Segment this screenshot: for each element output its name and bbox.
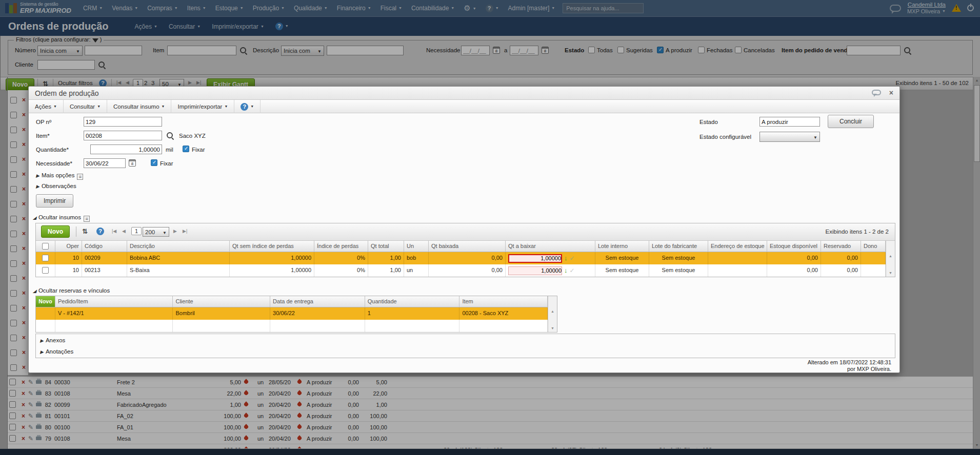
refresh-icon[interactable]: ⇅ [82, 228, 88, 235]
insumos-panel: Novo ⇅ ? |◀ ◀ 1 200 ▶ ▶| Exibindo itens … [35, 223, 895, 277]
qt-a-baixar-input[interactable] [508, 266, 562, 275]
item-input[interactable] [84, 131, 162, 140]
help-icon: ? [96, 228, 104, 235]
ocultar-reservas-toggle[interactable]: ◢Ocultar reservas e vínculos [33, 287, 110, 294]
item-search-icon[interactable] [166, 132, 174, 139]
dialog-menu-consultar[interactable]: Consultar [64, 100, 107, 113]
col-oper[interactable]: Oper [55, 241, 82, 252]
dialog-help-menu[interactable]: ? [234, 100, 261, 113]
codigo-cell: 00209 [82, 252, 127, 264]
insumo-row-selected[interactable]: 10 00209 Bobina ABC 1,00000 0% 1,00 bob … [36, 252, 895, 264]
col-qt-sem-indice[interactable]: Qt sem índice de perdas [230, 241, 314, 252]
item-cell: 00208 - Saco XYZ [459, 307, 548, 320]
prev-page-icon[interactable]: ◀ [122, 229, 126, 234]
lote-interno-cell: Sem estoque [595, 264, 649, 277]
next-page-icon[interactable]: ▶ [173, 229, 177, 234]
calendar-icon[interactable] [129, 159, 136, 167]
dialog-menu-imprimir[interactable]: Imprimir/exportar [171, 100, 234, 113]
qt-a-baixar-cell: ↓✓ [506, 252, 595, 264]
quantidade-label: Quantidade* [36, 147, 69, 153]
col-reservado[interactable]: Reservado [821, 241, 861, 252]
anotacoes-toggle[interactable]: ▶Anotações [40, 348, 73, 355]
col-endereco-estoque[interactable]: Endereço de estoque [708, 241, 767, 252]
ocultar-insumos-toggle[interactable]: ◢Ocultar insumos≡ [33, 214, 90, 222]
col-un[interactable]: Un [404, 241, 429, 252]
confirm-check-icon[interactable]: ✓ [570, 255, 575, 262]
insumos-page-button[interactable]: 1 [131, 227, 142, 235]
col-pedido-item[interactable]: Pedido/Item [55, 296, 173, 307]
qt-total-cell: 1,00 [368, 264, 404, 277]
estado-configuravel-select[interactable] [759, 132, 820, 142]
un-cell: bob [404, 252, 429, 264]
insumos-help-icon[interactable]: ? [96, 228, 104, 235]
col-cliente[interactable]: Cliente [173, 296, 270, 307]
necessidade-input[interactable] [84, 158, 126, 168]
col-data-entrega[interactable]: Data de entrega [270, 296, 365, 307]
reservado-cell: 0,00 [821, 252, 861, 264]
attachments-panel: ▶Anexos ▶Anotações [35, 334, 895, 358]
reservado-cell: 0,00 [821, 264, 861, 277]
insumos-scrollbar[interactable]: ▼ [886, 264, 895, 277]
qt-a-baixar-input[interactable] [508, 254, 562, 263]
select-all-checkbox[interactable] [42, 243, 49, 250]
fixar-necessidade-checkbox[interactable] [151, 159, 157, 166]
quantidade-cell: 1 [365, 307, 460, 320]
estoque-disp-cell: 0,00 [767, 252, 821, 264]
reservas-scrollbar[interactable]: ▲ [548, 307, 557, 320]
endereco-cell [708, 252, 767, 264]
lote-fabricante-cell: Sem estoque [649, 252, 708, 264]
first-page-icon[interactable]: |◀ [112, 229, 116, 234]
reservas-scrollbar[interactable]: ▼ [548, 320, 557, 332]
codigo-cell: 00213 [82, 264, 127, 277]
observacoes-toggle[interactable]: ▶Observações [36, 183, 76, 189]
col-dono[interactable]: Dono [861, 241, 886, 252]
op-num-input[interactable] [84, 117, 162, 127]
mais-opcoes-toggle[interactable]: ▶Mais opções≡ [36, 172, 83, 180]
confirm-check-icon[interactable]: ✓ [570, 267, 575, 274]
dialog-menu-consultar-insumo[interactable]: Consultar insumo [107, 100, 171, 113]
col-qt-a-baixar[interactable]: Qt a baixar [506, 241, 595, 252]
insumos-page-size-select[interactable]: 200 [143, 227, 169, 237]
fixar-qtd-checkbox[interactable] [183, 146, 189, 152]
col-item[interactable]: Item [459, 296, 548, 307]
reservas-scrollbar[interactable] [548, 296, 557, 307]
insumo-row[interactable]: 10 00213 S-Baixa 1,00000 0% 1,00 un 0,00… [36, 264, 895, 277]
comment-bubble-icon[interactable] [872, 90, 881, 95]
insumos-scrollbar[interactable] [886, 241, 895, 252]
close-icon[interactable]: × [889, 89, 893, 97]
last-page-icon[interactable]: ▶| [183, 229, 187, 234]
col-descricao[interactable]: Descrição [127, 241, 230, 252]
col-qt-total[interactable]: Qt total [368, 241, 404, 252]
scroll-down-icon[interactable]: ▼ [886, 271, 895, 275]
quantidade-input[interactable] [90, 144, 162, 154]
col-lote-fabricante[interactable]: Lote do fabricante [649, 241, 708, 252]
insumos-header-row: Oper Código Descrição Qt sem índice de p… [36, 241, 895, 252]
baixar-arrow-icon[interactable]: ↓ [564, 266, 568, 274]
fixar-qtd-label: Fixar [192, 147, 205, 153]
col-quantidade[interactable]: Quantidade [365, 296, 460, 307]
dialog-menu-acoes[interactable]: Ações [29, 100, 64, 113]
col-qt-baixada[interactable]: Qt baixada [429, 241, 506, 252]
scroll-up-icon[interactable]: ▲ [548, 309, 557, 313]
unit-label: mil [166, 147, 173, 153]
row-checkbox[interactable] [42, 267, 49, 274]
anexos-toggle[interactable]: ▶Anexos [40, 337, 65, 343]
row-checkbox[interactable] [42, 255, 49, 261]
baixar-arrow-icon[interactable]: ↓ [564, 254, 568, 262]
col-codigo[interactable]: Código [82, 241, 127, 252]
estado-input[interactable] [759, 117, 820, 127]
reserva-row-selected[interactable]: V - #142/1 Bombril 30/06/22 1 00208 - Sa… [36, 307, 557, 320]
col-indice-perdas[interactable]: Índice de perdas [314, 241, 368, 252]
reservas-novo-button[interactable]: Novo [36, 296, 55, 307]
col-lote-interno[interactable]: Lote interno [595, 241, 649, 252]
scroll-down-icon[interactable]: ▼ [548, 326, 557, 330]
insumos-novo-button[interactable]: Novo [41, 225, 70, 238]
concluir-button[interactable]: Concluir [828, 115, 874, 128]
pedido-item-cell: V - #142/1 [55, 307, 173, 320]
scroll-up-icon[interactable]: ▲ [886, 254, 895, 258]
list-icon: ≡ [77, 174, 83, 180]
dialog-title: Ordem de produção [35, 89, 99, 97]
col-estoque-disponivel[interactable]: Estoque disponível [767, 241, 821, 252]
imprimir-button[interactable]: Imprimir [36, 194, 73, 208]
insumos-scrollbar[interactable]: ▲ [886, 252, 895, 264]
